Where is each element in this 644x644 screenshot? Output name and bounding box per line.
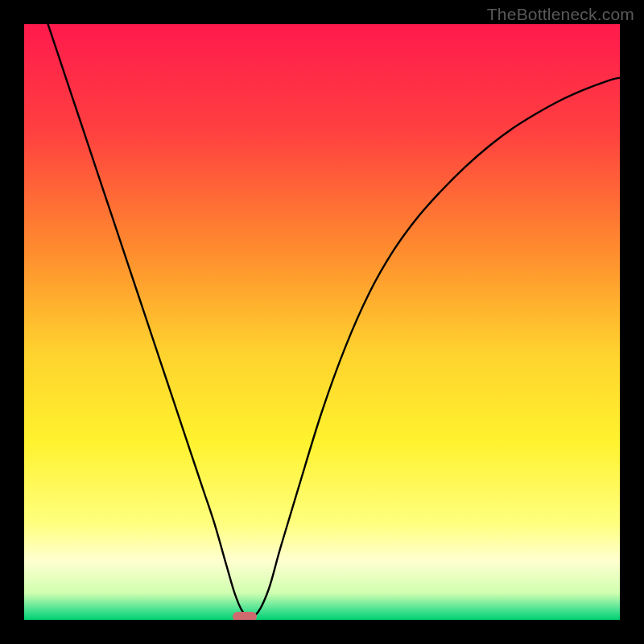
chart-frame: TheBottleneck.com [0,0,644,644]
bottleneck-curve [48,24,620,617]
plot-area [24,24,620,620]
curve-layer [24,24,620,620]
watermark-text: TheBottleneck.com [487,5,634,24]
minimum-marker [233,612,257,620]
